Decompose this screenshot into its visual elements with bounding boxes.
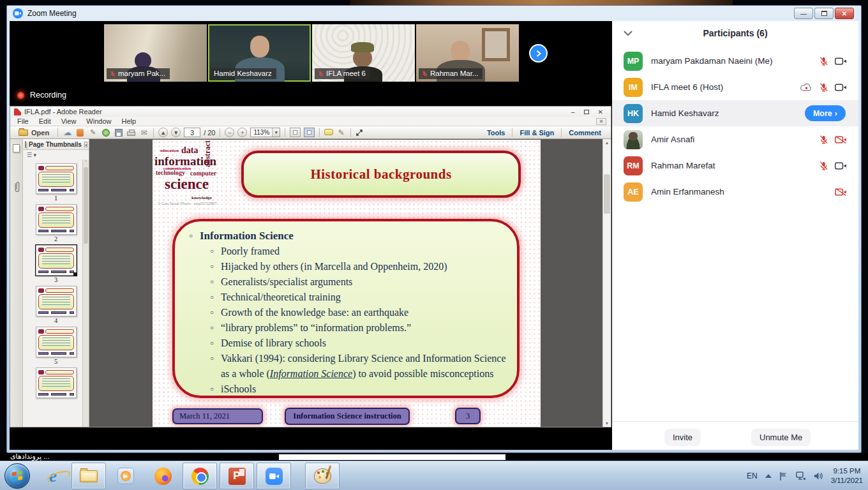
bullet-item: ○Poorly framed <box>210 244 507 259</box>
zoom-dropdown-icon[interactable]: ▼ <box>272 128 280 137</box>
taskbar-zoom-app[interactable] <box>257 463 291 489</box>
thumbnails-options-button[interactable]: ☰ ▾ <box>23 150 89 160</box>
fullscreen-icon[interactable] <box>355 129 363 137</box>
thumbnails-list: 1 2 3 <box>23 160 89 427</box>
scroll-up-icon[interactable]: ▲ <box>603 140 611 145</box>
participants-collapse-icon[interactable] <box>624 31 632 36</box>
participant-row[interactable]: AE Amin Erfanmanesh <box>612 179 858 205</box>
mic-muted-icon <box>318 70 324 77</box>
video-tile[interactable]: Rahman Mar... <box>416 24 519 82</box>
participant-row[interactable]: Amir Asnafi <box>612 126 858 152</box>
action-center-flag-icon[interactable] <box>779 471 788 481</box>
panel-collapse-icon[interactable]: ◂ <box>84 142 87 147</box>
avatar: MP <box>624 52 643 71</box>
sticky-note-icon[interactable]: ✎ <box>336 128 346 137</box>
open-button[interactable]: Open <box>15 128 53 138</box>
close-button[interactable]: ✕ <box>835 8 854 19</box>
export-pdf-icon[interactable] <box>77 129 84 137</box>
save-icon[interactable] <box>115 129 123 137</box>
fit-page-icon[interactable] <box>304 128 315 137</box>
taskbar: e ▶ P EN 9:15 PM 3/11/2021 <box>0 461 868 490</box>
adobe-close-button[interactable]: ✕ <box>598 108 603 115</box>
scrollbar-thumb[interactable] <box>604 174 610 214</box>
taskbar-internet-explorer[interactable]: e <box>36 463 70 489</box>
comment-bubble-icon[interactable] <box>324 129 333 135</box>
powerpoint-icon: P <box>228 468 246 485</box>
comment-panel-button[interactable]: Comment <box>561 128 608 137</box>
cloud-share-icon[interactable]: ☁ <box>63 128 72 137</box>
tools-panel-button[interactable]: Tools <box>480 128 513 137</box>
menu-file[interactable]: File <box>13 117 33 125</box>
web-convert-icon[interactable] <box>102 129 110 137</box>
maximize-button[interactable] <box>814 8 834 19</box>
fill-sign-panel-button[interactable]: Fill & Sign <box>512 128 561 137</box>
media-player-icon: ▶ <box>117 468 134 484</box>
show-hidden-icons-button[interactable] <box>765 474 772 478</box>
menu-window[interactable]: Window <box>82 117 116 125</box>
taskbar-clock[interactable]: 9:15 PM 3/11/2021 <box>831 466 863 486</box>
annotate-icon[interactable]: ✎ <box>88 128 98 137</box>
taskbar-paint[interactable] <box>305 463 340 489</box>
bullet-item: ○Generalists/specialist arguments <box>210 274 507 290</box>
participant-row[interactable]: IM IFLA meet 6 (Host) <box>612 74 858 100</box>
menubar-close-icon[interactable]: ✕ <box>596 118 606 125</box>
page-number-input[interactable]: 3 <box>184 128 200 137</box>
zoom-out-button[interactable]: − <box>225 128 234 137</box>
zoom-titlebar[interactable]: Zoom Meeting — ✕ <box>7 6 861 21</box>
volume-icon[interactable] <box>814 471 823 480</box>
taskbar-powerpoint[interactable]: P <box>220 463 254 489</box>
language-indicator[interactable]: EN <box>747 471 758 480</box>
participant-row-hovered[interactable]: HK Hamid Keshavarz More › <box>612 100 858 126</box>
menu-view[interactable]: View <box>57 117 81 125</box>
page-thumbnails-tab-icon[interactable] <box>13 144 20 152</box>
thumbnail-page-1[interactable]: 1 <box>23 163 89 202</box>
participant-row[interactable]: MP maryam Pakdaman Naeini (Me) <box>612 48 858 74</box>
zoom-level-select[interactable]: 113% ▼ <box>250 128 280 137</box>
previous-page-button[interactable]: ▲ <box>158 128 168 137</box>
video-tile[interactable]: maryam Pak... <box>104 24 207 82</box>
email-icon[interactable]: ✉ <box>139 128 149 137</box>
print-icon[interactable] <box>127 131 135 136</box>
document-scrollbar[interactable]: ▲ ▼ <box>602 139 611 427</box>
shared-screen-area: maryam Pak... Hamid Keshavarz IFLA meet … <box>10 21 612 450</box>
thumbnail-page-2[interactable]: 2 <box>23 204 89 242</box>
next-page-button[interactable]: ▼ <box>171 128 181 137</box>
taskbar-firefox[interactable] <box>146 463 180 489</box>
next-videos-button[interactable] <box>529 44 548 63</box>
slide-content-box: ○Information Science ○Poorly framed ○Hij… <box>172 219 520 398</box>
thumbnail-page-4[interactable]: 4 <box>23 286 89 324</box>
slide-footer-date: March 11, 2021 <box>172 408 263 424</box>
scroll-down-icon[interactable]: ▼ <box>603 421 611 426</box>
adobe-minimize-button[interactable]: – <box>571 108 575 115</box>
zoom-in-button[interactable]: + <box>237 128 247 137</box>
video-tile[interactable]: IFLA meet 6 <box>312 24 415 82</box>
attachments-paperclip-icon[interactable] <box>13 181 20 193</box>
thumbnail-page-6[interactable] <box>23 368 89 398</box>
camera-on-icon <box>835 161 847 170</box>
adobe-titlebar[interactable]: IFLA.pdf - Adobe Reader – ✕ <box>10 107 611 117</box>
network-icon[interactable] <box>796 471 806 480</box>
thumbnails-scrollbar[interactable]: ⌃ <box>82 160 89 427</box>
more-button[interactable]: More › <box>805 105 846 121</box>
fit-width-icon[interactable] <box>290 128 301 137</box>
clock-date: 3/11/2021 <box>831 477 863 484</box>
video-tile-active-speaker[interactable]: Hamid Keshavarz <box>208 24 311 82</box>
unmute-me-button[interactable]: Unmute Me <box>751 429 811 446</box>
invite-button[interactable]: Invite <box>664 429 701 446</box>
adobe-restore-button[interactable] <box>584 110 589 114</box>
bullet-item: ○Growth of the knowledge base: an earthq… <box>210 305 507 320</box>
taskbar-file-explorer[interactable] <box>71 463 106 489</box>
thumbnail-page-3-selected[interactable]: 3 <box>23 245 89 283</box>
avatar: AE <box>624 182 643 202</box>
minimize-button[interactable]: — <box>794 8 813 19</box>
participant-row[interactable]: RM Rahman Marefat <box>612 152 858 179</box>
firefox-icon <box>154 468 172 485</box>
wordcloud-caption: © Can Stock Photo - csp20722897 <box>158 202 216 205</box>
menu-edit[interactable]: Edit <box>34 117 56 125</box>
menu-help[interactable]: Help <box>117 117 140 125</box>
page-thumbnails-panel: Page Thumbnails ◂ ▸ ☰ ▾ 1 <box>23 139 89 427</box>
taskbar-media-player[interactable]: ▶ <box>108 463 143 489</box>
thumbnail-page-5[interactable]: 5 <box>23 327 89 365</box>
taskbar-chrome[interactable] <box>183 463 217 489</box>
start-button[interactable] <box>4 463 30 489</box>
